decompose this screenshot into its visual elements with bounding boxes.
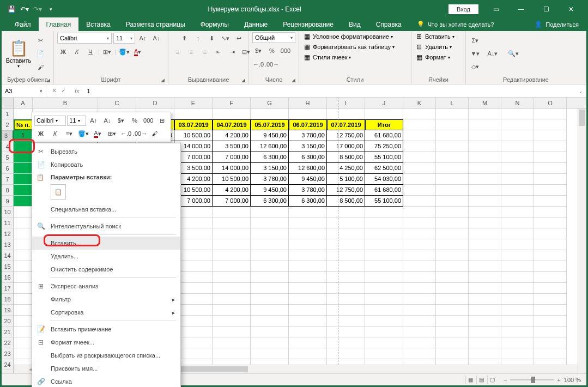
zoom-level[interactable]: 100 % [564, 377, 581, 383]
mt-percent-icon[interactable]: % [129, 114, 141, 126]
cell[interactable] [469, 316, 501, 326]
cell[interactable]: 55 100,00 [365, 196, 403, 207]
cut-icon[interactable]: ✂ [34, 35, 46, 47]
cell[interactable] [403, 294, 436, 305]
cell[interactable] [501, 337, 534, 348]
cell[interactable] [365, 108, 403, 119]
cell[interactable] [534, 239, 567, 250]
cell[interactable] [469, 326, 501, 337]
cell[interactable] [534, 217, 567, 228]
mt-italic-button[interactable]: К [49, 128, 62, 140]
cell[interactable]: 61 680,00 [365, 185, 403, 196]
tab-review[interactable]: Рецензирование [275, 17, 341, 31]
cell[interactable] [251, 239, 289, 250]
tell-me[interactable]: 💡Что вы хотите сделать? [409, 17, 502, 31]
cell[interactable]: 62 500,00 [365, 163, 403, 174]
cell[interactable] [403, 337, 436, 348]
cell[interactable] [403, 163, 436, 174]
cell[interactable]: 3 780,00 [251, 174, 289, 185]
cell[interactable]: 3 150,00 [251, 163, 289, 174]
cell[interactable] [534, 207, 567, 217]
cell[interactable] [436, 141, 469, 152]
cell[interactable] [469, 348, 501, 359]
launcher-icon[interactable]: ◢ [292, 77, 295, 83]
cell[interactable] [469, 163, 501, 174]
zoom-slider[interactable] [510, 379, 554, 380]
mt-shrink-icon[interactable]: A↓ [101, 114, 113, 126]
cell[interactable]: № п. [14, 119, 33, 130]
cell[interactable] [213, 283, 251, 294]
cell[interactable] [213, 250, 251, 261]
cell[interactable] [534, 228, 567, 239]
cell[interactable] [436, 163, 469, 174]
cell[interactable] [14, 305, 33, 316]
find-icon[interactable]: 🔍▾ [504, 48, 523, 60]
cell[interactable] [403, 108, 436, 119]
tab-home[interactable]: Главная [39, 17, 79, 31]
brush-icon[interactable]: 🖌 [34, 61, 46, 73]
cell[interactable] [436, 305, 469, 316]
cell[interactable] [174, 108, 213, 119]
cell[interactable] [403, 326, 436, 337]
bold-button[interactable]: Ж [57, 46, 69, 58]
cell[interactable] [501, 185, 534, 196]
cm-analysis[interactable]: ⊞Экспресс-анализ [32, 280, 180, 293]
cell[interactable]: 9 450,00 [289, 174, 327, 185]
col-header[interactable]: K [403, 98, 436, 108]
share-button[interactable]: 👤Поделиться [527, 17, 586, 31]
col-header[interactable]: A [14, 98, 33, 108]
cm-filter[interactable]: Фильтр▸ [32, 293, 180, 306]
row-header[interactable]: 23 [2, 348, 14, 359]
sort-filter-icon[interactable]: A↓▾ [483, 48, 502, 60]
cell[interactable] [501, 294, 534, 305]
normal-view-icon[interactable]: ▦ [465, 376, 475, 384]
page-layout-icon[interactable]: ▤ [476, 376, 486, 384]
format-cells-button[interactable]: ▦Формат▾ [415, 53, 462, 62]
row-header[interactable]: 4 [2, 141, 14, 152]
cell[interactable] [327, 348, 365, 359]
cell[interactable]: 4 200,00 [213, 130, 251, 141]
row-header[interactable]: 14 [2, 250, 14, 261]
cell[interactable]: 5 100,00 [327, 174, 365, 185]
row-header[interactable]: 19 [2, 305, 14, 316]
cell[interactable] [436, 185, 469, 196]
copy-icon[interactable]: 📄 [34, 48, 46, 60]
cell[interactable] [436, 337, 469, 348]
cell[interactable] [14, 316, 33, 326]
cell[interactable] [365, 283, 403, 294]
mt-inc-dec-icon[interactable]: ←.0 [119, 128, 132, 140]
cell[interactable] [403, 283, 436, 294]
cell[interactable] [327, 261, 365, 272]
mt-align-icon[interactable]: ≡▾ [63, 128, 76, 140]
cell[interactable] [365, 316, 403, 326]
zoom-out-icon[interactable]: − [504, 377, 507, 383]
cell[interactable] [327, 217, 365, 228]
cell[interactable] [14, 239, 33, 250]
underline-button[interactable]: Ч [84, 46, 96, 58]
align-center-icon[interactable]: ≡ [185, 46, 197, 58]
font-name-select[interactable]: Calibri▾ [57, 33, 112, 44]
cell[interactable] [327, 250, 365, 261]
cell[interactable] [213, 261, 251, 272]
cell[interactable] [534, 294, 567, 305]
cell[interactable] [403, 196, 436, 207]
delete-cells-button[interactable]: ⊟Удалить▾ [415, 43, 462, 51]
cell[interactable] [14, 283, 33, 294]
zoom-in-icon[interactable]: + [557, 377, 560, 383]
cell[interactable] [14, 108, 33, 119]
col-header[interactable]: E [174, 98, 213, 108]
cell[interactable] [14, 326, 33, 337]
cell[interactable] [469, 130, 501, 141]
row-header[interactable]: 18 [2, 294, 14, 305]
row-header[interactable]: 24 [2, 359, 14, 370]
fill-icon[interactable]: ▼▾ [469, 48, 481, 60]
cell[interactable] [436, 207, 469, 217]
cell[interactable]: 54 030,00 [365, 174, 403, 185]
cell[interactable]: 75 250,00 [365, 141, 403, 152]
cell[interactable] [251, 207, 289, 217]
cell[interactable] [534, 196, 567, 207]
cell[interactable] [365, 250, 403, 261]
cond-format-button[interactable]: ▦Условное форматирование▾ [302, 32, 408, 41]
cell[interactable] [501, 239, 534, 250]
fx-icon[interactable]: fx [71, 88, 83, 94]
